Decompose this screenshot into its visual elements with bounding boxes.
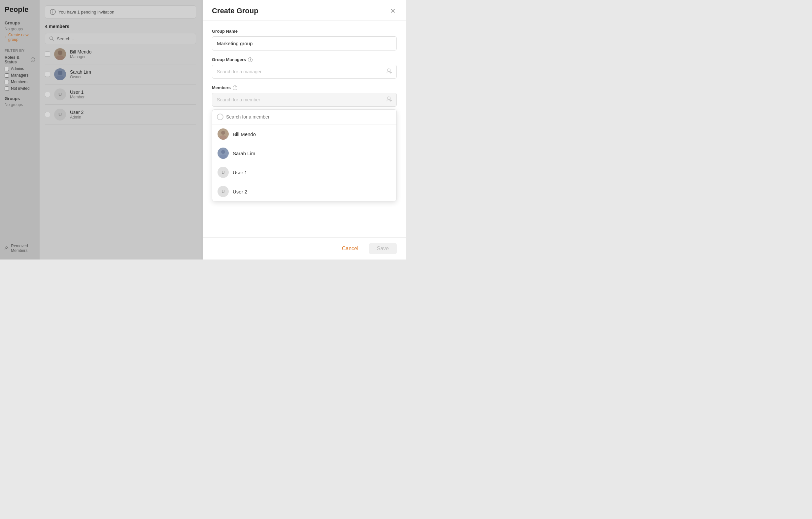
svg-point-11 xyxy=(387,69,390,71)
dropdown-item-user1[interactable]: U User 1 xyxy=(212,163,397,182)
modal-panel: Create Group ✕ Group Name Group Managers… xyxy=(203,0,406,260)
member-input-wrap xyxy=(212,93,397,107)
group-name-label: Group Name xyxy=(212,29,397,34)
member-search-input[interactable] xyxy=(212,93,397,107)
modal-title: Create Group xyxy=(212,7,258,15)
modal-footer: Cancel Save xyxy=(203,237,406,260)
dropdown-search-circle-icon xyxy=(217,114,224,120)
dropdown-user1-avatar: U xyxy=(218,167,229,178)
modal-body: Group Name Group Managers i Members i xyxy=(203,21,406,237)
add-manager-icon xyxy=(386,68,393,76)
member-dropdown: Bill Mendo Sarah Lim U User 1 U User 2 xyxy=(212,109,397,201)
save-button[interactable]: Save xyxy=(369,243,397,254)
svg-point-17 xyxy=(221,131,225,135)
svg-point-14 xyxy=(387,97,390,100)
dropdown-item-sarah[interactable]: Sarah Lim xyxy=(212,144,397,163)
members-info-icon: i xyxy=(233,86,237,90)
cancel-button[interactable]: Cancel xyxy=(337,243,364,254)
dropdown-bill-avatar xyxy=(218,128,229,140)
dropdown-search-input[interactable] xyxy=(226,114,392,119)
manager-search-input[interactable] xyxy=(212,65,397,79)
modal-header: Create Group ✕ xyxy=(203,0,406,21)
dropdown-user2-avatar: U xyxy=(218,186,229,197)
dropdown-item-user2[interactable]: U User 2 xyxy=(212,182,397,201)
svg-point-19 xyxy=(221,150,225,154)
members-label: Members i xyxy=(212,85,397,90)
dropdown-sarah-avatar xyxy=(218,148,229,159)
add-member-icon xyxy=(386,96,393,104)
group-name-input[interactable] xyxy=(212,36,397,51)
svg-point-18 xyxy=(220,135,227,140)
dropdown-item-bill[interactable]: Bill Mendo xyxy=(212,124,397,144)
svg-point-20 xyxy=(220,154,227,159)
manager-input-wrap xyxy=(212,65,397,79)
dropdown-search-row xyxy=(212,110,397,124)
group-managers-label: Group Managers i xyxy=(212,57,397,62)
close-button[interactable]: ✕ xyxy=(389,7,397,15)
managers-info-icon: i xyxy=(248,57,253,62)
